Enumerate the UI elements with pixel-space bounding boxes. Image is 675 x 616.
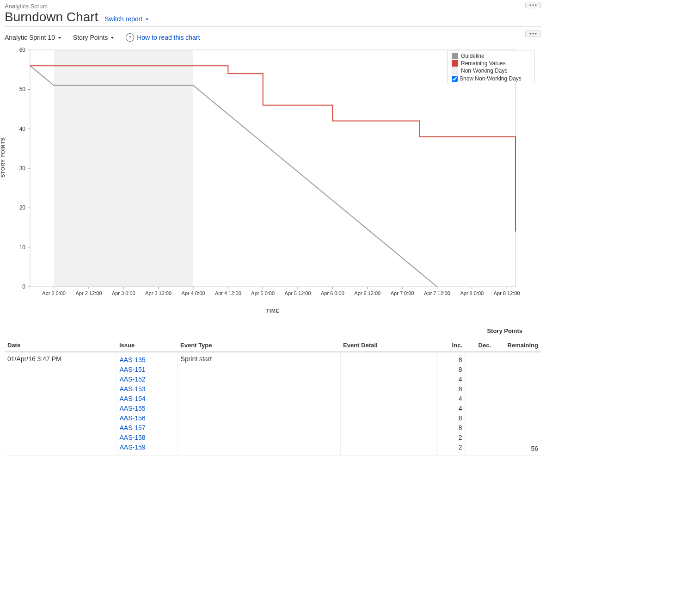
ellipsis-icon <box>529 33 537 35</box>
svg-text:Apr 8 12:00: Apr 8 12:00 <box>494 290 520 296</box>
legend-swatch <box>452 53 458 59</box>
burndown-chart: 0102030405060Apr 2 0:00Apr 2 12:00Apr 3 … <box>5 46 522 305</box>
svg-point-2 <box>535 4 536 6</box>
svg-text:Apr 5 12:00: Apr 5 12:00 <box>285 290 311 296</box>
col-dec: Dec. <box>465 339 494 352</box>
show-nonworking-checkbox[interactable] <box>452 76 458 82</box>
col-event-type: Event Type <box>178 339 340 352</box>
issue-link[interactable]: AAS-155 <box>120 404 175 413</box>
svg-text:50: 50 <box>19 86 26 92</box>
legend-swatch <box>452 68 458 74</box>
cell-date: 01/Apr/16 3:47 PM <box>5 352 117 456</box>
svg-text:Apr 7 12:00: Apr 7 12:00 <box>424 290 450 296</box>
help-link[interactable]: ? How to read this chart <box>126 33 200 42</box>
issue-link[interactable]: AAS-158 <box>120 433 175 443</box>
svg-point-1 <box>532 4 534 6</box>
sprint-selector[interactable]: Analytic Sprint 10 <box>5 34 61 41</box>
legend-show-nonworking[interactable]: Show Non-Working Days <box>452 74 530 82</box>
chart-more-button[interactable] <box>525 31 541 37</box>
page-more-button[interactable] <box>525 2 541 8</box>
question-icon: ? <box>126 33 134 42</box>
issue-link[interactable]: AAS-152 <box>120 375 175 384</box>
svg-point-4 <box>532 33 534 34</box>
cell-event-detail <box>340 352 436 456</box>
page-title: Burndown Chart <box>5 10 98 25</box>
estimation-selector[interactable]: Story Points <box>73 34 114 41</box>
svg-text:30: 30 <box>19 165 26 172</box>
svg-text:40: 40 <box>19 126 26 132</box>
breadcrumb: Analytics Scrum <box>5 3 541 10</box>
legend-label: Guideline <box>461 53 485 59</box>
svg-text:Apr 2 12:00: Apr 2 12:00 <box>76 290 102 296</box>
svg-point-5 <box>535 33 536 34</box>
svg-text:Apr 8 0:00: Apr 8 0:00 <box>460 290 484 296</box>
legend-item-nonworking: Non-Working Days <box>452 67 530 74</box>
story-points-header: Story Points <box>402 327 541 334</box>
col-event-detail: Event Detail <box>340 339 436 352</box>
legend-label: Non-Working Days <box>461 68 507 74</box>
col-remaining: Remaining <box>494 339 541 352</box>
issue-link[interactable]: AAS-159 <box>120 443 175 452</box>
y-axis-label: STORY POINTS <box>0 137 6 178</box>
col-issue: Issue <box>117 339 178 352</box>
issue-link[interactable]: AAS-153 <box>120 384 175 394</box>
svg-text:Apr 4 12:00: Apr 4 12:00 <box>215 290 241 296</box>
svg-text:0: 0 <box>22 283 25 290</box>
svg-point-3 <box>529 33 531 34</box>
page-header: Analytics Scrum Burndown Chart Switch re… <box>5 0 541 27</box>
table-superheader-row: Story Points <box>5 327 541 334</box>
sprint-selector-label: Analytic Sprint 10 <box>5 34 55 41</box>
svg-text:Apr 6 0:00: Apr 6 0:00 <box>321 290 344 296</box>
cell-issue: AAS-135AAS-151AAS-152AAS-153AAS-154AAS-1… <box>117 352 178 456</box>
svg-text:20: 20 <box>19 204 26 211</box>
events-table: Date Issue Event Type Event Detail Inc. … <box>5 339 541 456</box>
legend-label: Remaining Values <box>461 60 506 67</box>
legend-swatch <box>452 60 458 67</box>
svg-text:Apr 6 12:00: Apr 6 12:00 <box>354 290 380 296</box>
x-axis-label: TIME <box>5 308 541 314</box>
chevron-down-icon <box>111 37 114 39</box>
cell-remaining: 56 <box>494 352 541 456</box>
svg-text:Apr 4 0:00: Apr 4 0:00 <box>182 290 205 296</box>
svg-text:Apr 2 0:00: Apr 2 0:00 <box>42 290 66 296</box>
svg-point-0 <box>529 4 531 6</box>
table-header-row: Date Issue Event Type Event Detail Inc. … <box>5 339 541 352</box>
svg-text:Apr 3 0:00: Apr 3 0:00 <box>112 290 135 296</box>
issue-link[interactable]: AAS-156 <box>120 413 175 423</box>
help-link-label: How to read this chart <box>137 34 200 41</box>
estimation-selector-label: Story Points <box>73 34 108 41</box>
issue-link[interactable]: AAS-154 <box>120 394 175 404</box>
toolbar: Analytic Sprint 10 Story Points ? How to… <box>5 27 541 46</box>
issue-link[interactable]: AAS-151 <box>120 365 175 375</box>
chart-legend: Guideline Remaining Values Non-Working D… <box>448 50 534 84</box>
cell-dec <box>465 352 494 456</box>
cell-event-type: Sprint start <box>178 352 340 456</box>
col-date: Date <box>5 339 117 352</box>
chevron-down-icon <box>58 37 61 39</box>
issue-link[interactable]: AAS-157 <box>120 423 175 433</box>
legend-item-remaining: Remaining Values <box>452 60 530 67</box>
chevron-down-icon <box>146 18 148 20</box>
svg-text:Apr 7 0:00: Apr 7 0:00 <box>391 290 414 296</box>
svg-text:60: 60 <box>19 47 26 53</box>
cell-inc: 8848448822 <box>436 352 465 456</box>
col-inc: Inc. <box>436 339 465 352</box>
switch-report-label: Switch report <box>104 15 142 23</box>
svg-text:10: 10 <box>19 244 26 251</box>
svg-text:Apr 5 0:00: Apr 5 0:00 <box>251 290 275 296</box>
legend-label: Show Non-Working Days <box>460 75 522 82</box>
issue-link[interactable]: AAS-135 <box>120 355 175 365</box>
ellipsis-icon <box>529 4 537 6</box>
chart-container: STORY POINTS 0102030405060Apr 2 0:00Apr … <box>5 46 541 327</box>
switch-report-link[interactable]: Switch report <box>104 15 148 23</box>
legend-item-guideline: Guideline <box>452 52 530 60</box>
table-row: 01/Apr/16 3:47 PMAAS-135AAS-151AAS-152AA… <box>5 352 541 456</box>
svg-text:Apr 3 12:00: Apr 3 12:00 <box>145 290 172 296</box>
